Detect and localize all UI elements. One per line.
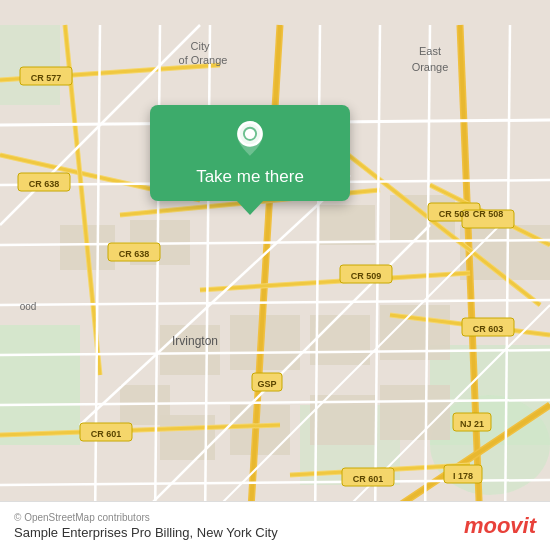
- svg-text:GSP: GSP: [257, 379, 276, 389]
- svg-text:CR 601: CR 601: [353, 474, 384, 484]
- svg-text:ood: ood: [20, 301, 37, 312]
- moovit-logo: moovit: [464, 513, 536, 539]
- svg-text:Orange: Orange: [412, 61, 449, 73]
- take-me-there-button[interactable]: Take me there: [196, 167, 304, 187]
- svg-text:East: East: [419, 45, 441, 57]
- bottom-left-info: © OpenStreetMap contributors Sample Ente…: [14, 512, 278, 540]
- svg-text:City: City: [191, 40, 210, 52]
- bottom-info-bar: © OpenStreetMap contributors Sample Ente…: [0, 501, 550, 550]
- svg-text:Irvington: Irvington: [172, 334, 218, 348]
- moovit-brand-text: moovit: [464, 513, 536, 539]
- location-label: Sample Enterprises Pro Billing, New York…: [14, 525, 278, 540]
- svg-text:CR 508: CR 508: [439, 209, 470, 219]
- svg-text:CR 638: CR 638: [29, 179, 60, 189]
- svg-text:CR 638: CR 638: [119, 249, 150, 259]
- svg-rect-9: [310, 315, 370, 365]
- svg-text:CR 509: CR 509: [351, 271, 382, 281]
- svg-text:I 178: I 178: [453, 471, 473, 481]
- svg-rect-1: [0, 325, 80, 445]
- svg-text:NJ 21: NJ 21: [460, 419, 484, 429]
- svg-text:CR 603: CR 603: [473, 324, 504, 334]
- svg-text:CR 577: CR 577: [31, 73, 62, 83]
- svg-text:of Orange: of Orange: [179, 54, 228, 66]
- svg-rect-6: [160, 325, 220, 375]
- svg-text:CR 601: CR 601: [91, 429, 122, 439]
- tooltip-content: Take me there: [150, 105, 350, 201]
- navigation-tooltip[interactable]: Take me there: [150, 105, 350, 201]
- map-container: CR 577 CR 638 CR 638 CR 605 G5P GSP CR 5…: [0, 0, 550, 550]
- svg-rect-4: [0, 25, 60, 105]
- svg-rect-19: [380, 385, 450, 440]
- osm-copyright-text: © OpenStreetMap contributors: [14, 512, 278, 523]
- location-pin-icon: [232, 121, 268, 157]
- svg-rect-13: [320, 205, 375, 245]
- svg-point-102: [245, 129, 255, 139]
- svg-text:CR 508: CR 508: [473, 209, 504, 219]
- map-roads: CR 577 CR 638 CR 638 CR 605 G5P GSP CR 5…: [0, 0, 550, 550]
